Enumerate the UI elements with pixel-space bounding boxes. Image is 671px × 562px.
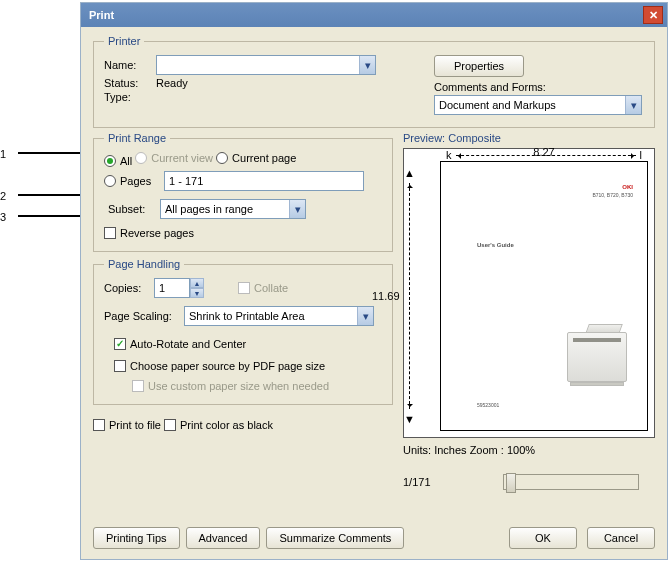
printer-illustration	[567, 332, 627, 382]
annotation-3-line	[18, 215, 84, 217]
scaling-value: Shrink to Printable Area	[185, 310, 357, 322]
preview-units-label: Units: Inches Zoom : 100%	[403, 444, 655, 456]
check-print-color-black[interactable]: Print color as black	[164, 419, 273, 431]
radio-icon	[104, 155, 116, 167]
auto-rotate-label: Auto-Rotate and Center	[130, 338, 246, 350]
window-title: Print	[89, 9, 114, 21]
radio-pages[interactable]: Pages 1 - 171	[104, 171, 364, 191]
chevron-down-icon[interactable]: ▾	[359, 56, 375, 74]
comments-value: Document and Markups	[435, 99, 625, 111]
page-handling-legend: Page Handling	[104, 258, 184, 270]
subset-label: Subset:	[104, 203, 160, 215]
print-range-group: Print Range All Current view Current pag…	[93, 132, 393, 252]
check-reverse-pages[interactable]: Reverse pages	[104, 227, 194, 239]
scaling-dropdown[interactable]: Shrink to Printable Area ▾	[184, 306, 374, 326]
check-auto-rotate[interactable]: ✓ Auto-Rotate and Center	[104, 338, 246, 350]
preview-doc-subtitle: B710, B720, B730	[592, 192, 633, 198]
preview-box: k 8.27 l ▲ ▼ 11.69 OKI	[403, 148, 655, 438]
status-value: Ready	[156, 77, 188, 89]
close-icon: ✕	[649, 9, 658, 22]
radio-icon	[104, 175, 116, 187]
annotation-3: 3	[0, 210, 15, 224]
radio-icon	[135, 152, 147, 164]
preview-width-value: 8.27	[533, 146, 554, 158]
printer-name-dropdown[interactable]: ▾	[156, 55, 376, 75]
printer-legend: Printer	[104, 35, 144, 47]
type-label: Type:	[104, 91, 156, 103]
subset-dropdown[interactable]: All pages in range ▾	[160, 199, 306, 219]
collate-label: Collate	[254, 282, 288, 294]
preview-doc-partno: 59523001	[477, 402, 499, 408]
print-dialog: Print ✕ Printer Name: ▾	[80, 2, 668, 560]
scaling-label: Page Scaling:	[104, 310, 184, 322]
checkbox-icon	[93, 419, 105, 431]
preview-page: OKI B710, B720, B730 User's Guide 595230…	[440, 161, 648, 431]
annotation-2: 2	[0, 189, 15, 203]
copies-stepper[interactable]: 1 ▲ ▼	[154, 278, 204, 298]
subset-value: All pages in range	[161, 203, 289, 215]
radio-icon	[216, 152, 228, 164]
annotation-1: 1	[0, 147, 15, 161]
print-color-black-label: Print color as black	[180, 419, 273, 431]
checkbox-icon	[164, 419, 176, 431]
checkbox-icon: ✓	[114, 338, 126, 350]
advanced-button[interactable]: Advanced	[186, 527, 261, 549]
preview-doc-brand: OKI	[622, 184, 633, 190]
preview-height-dim: ▲ ▼ 11.69	[404, 167, 415, 425]
chevron-down-icon[interactable]: ▾	[357, 307, 373, 325]
preview-width-dim: k 8.27 l	[446, 149, 642, 161]
titlebar[interactable]: Print ✕	[81, 3, 667, 27]
check-custom-size: Use custom paper size when needed	[104, 380, 329, 392]
chevron-down-icon[interactable]: ▾	[625, 96, 641, 114]
preview-height-value: 11.69	[372, 290, 400, 302]
chevron-down-icon[interactable]: ▾	[289, 200, 305, 218]
checkbox-icon	[104, 227, 116, 239]
printing-tips-button[interactable]: Printing Tips	[93, 527, 180, 549]
radio-current-page[interactable]: Current page	[216, 152, 296, 164]
comments-label: Comments and Forms:	[434, 81, 546, 93]
spin-down-icon[interactable]: ▼	[190, 288, 204, 298]
comments-dropdown[interactable]: Document and Markups ▾	[434, 95, 642, 115]
custom-size-label: Use custom paper size when needed	[148, 380, 329, 392]
preview-page-slider[interactable]	[503, 474, 639, 490]
print-range-legend: Print Range	[104, 132, 170, 144]
radio-current-view-label: Current view	[151, 152, 213, 164]
page-handling-group: Page Handling Copies: 1 ▲ ▼	[93, 258, 393, 405]
slider-thumb[interactable]	[506, 473, 516, 493]
reverse-pages-label: Reverse pages	[120, 227, 194, 239]
check-print-to-file[interactable]: Print to file	[93, 419, 161, 431]
preview-legend: Preview: Composite	[403, 132, 655, 144]
annotation-2-line	[18, 194, 84, 196]
checkbox-icon	[132, 380, 144, 392]
name-label: Name:	[104, 59, 156, 71]
radio-pages-label: Pages	[120, 175, 160, 187]
cancel-button[interactable]: Cancel	[587, 527, 655, 549]
radio-current-view: Current view	[135, 152, 213, 164]
properties-button[interactable]: Properties	[434, 55, 524, 77]
check-choose-source[interactable]: Choose paper source by PDF page size	[104, 360, 325, 372]
annotation-1-line	[18, 152, 84, 154]
check-collate: Collate	[238, 282, 288, 294]
preview-doc-heading: User's Guide	[477, 242, 514, 248]
choose-source-label: Choose paper source by PDF page size	[130, 360, 325, 372]
spin-up-icon[interactable]: ▲	[190, 278, 204, 288]
printer-group: Printer Name: ▾ Status: Ready	[93, 35, 655, 128]
ok-button[interactable]: OK	[509, 527, 577, 549]
copies-label: Copies:	[104, 282, 154, 294]
radio-all[interactable]: All	[104, 155, 132, 167]
checkbox-icon	[114, 360, 126, 372]
pages-input[interactable]: 1 - 171	[164, 171, 364, 191]
print-to-file-label: Print to file	[109, 419, 161, 431]
close-button[interactable]: ✕	[643, 6, 663, 24]
status-label: Status:	[104, 77, 156, 89]
preview-page-counter: 1/171	[403, 476, 503, 488]
checkbox-icon	[238, 282, 250, 294]
radio-all-label: All	[120, 155, 132, 167]
radio-current-page-label: Current page	[232, 152, 296, 164]
summarize-comments-button[interactable]: Summarize Comments	[266, 527, 404, 549]
